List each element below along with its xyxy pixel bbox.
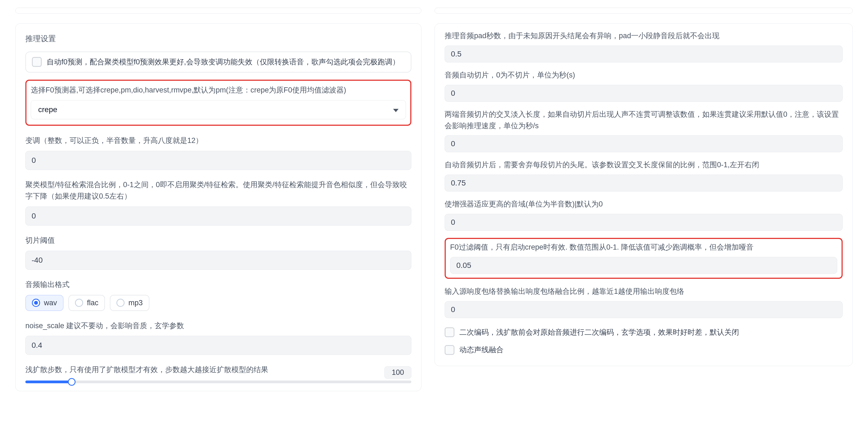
previous-card-bottom-edge (15, 8, 422, 13)
auto-slice-input[interactable] (445, 85, 843, 102)
section-title: 推理设置 (25, 33, 411, 44)
enhancer-semitones-field: 使增强器适应更高的音域(单位为半音数)|默认为0 (445, 199, 843, 231)
output-format-radio-group: wav flac mp3 (25, 295, 411, 311)
pad-seconds-input[interactable] (445, 46, 843, 62)
cluster-ratio-field: 聚类模型/特征检索混合比例，0-1之间，0即不启用聚类/特征检索。使用聚类/特征… (25, 179, 411, 226)
f0-filter-threshold-input[interactable] (450, 257, 837, 274)
highlight-f0-filter-threshold: F0过滤阈值，只有启动crepe时有效. 数值范围从0-1. 降低该值可减少跑调… (445, 238, 843, 279)
enhancer-semitones-label: 使增强器适应更高的音域(单位为半音数)|默认为0 (445, 199, 843, 210)
chevron-down-icon (393, 105, 399, 114)
diffusion-steps-field: 浅扩散步数，只有使用了扩散模型才有效，步数越大越接近扩散模型的结果 100 (25, 364, 411, 383)
radio-dot-icon (32, 299, 40, 307)
previous-card-bottom-edge-right (435, 8, 853, 13)
diffusion-steps-label: 浅扩散步数，只有使用了扩散模型才有效，步数越大越接近扩散模型的结果 (25, 364, 378, 376)
loudness-envelope-field: 输入源响度包络替换输出响度包络融合比例，越靠近1越使用输出响度包络 (445, 286, 843, 318)
cluster-ratio-input[interactable] (25, 206, 411, 226)
transpose-field: 变调（整数，可以正负，半音数量，升高八度就是12） (25, 135, 411, 170)
slice-threshold-label: 切片阈值 (25, 235, 411, 246)
noise-scale-field: noise_scale 建议不要动，会影响音质，玄学参数 (25, 320, 411, 355)
auto-slice-field: 音频自动切片，0为不切片，单位为秒(s) (445, 69, 843, 102)
output-format-field: 音频输出格式 wav flac mp3 (25, 279, 411, 311)
radio-mp3-label: mp3 (128, 299, 143, 307)
transpose-label: 变调（整数，可以正负，半音数量，升高八度就是12） (25, 135, 411, 146)
crossfade-field: 两端音频切片的交叉淡入长度，如果自动切片后出现人声不连贯可调整该数值，如果连贯建… (445, 109, 843, 152)
slice-threshold-field: 切片阈值 (25, 235, 411, 270)
predictor-value: crepe (38, 105, 57, 114)
radio-dot-icon (75, 299, 83, 307)
enhancer-semitones-input[interactable] (445, 214, 843, 231)
clip-ratio-input[interactable] (445, 175, 843, 192)
left-column: 推理设置 自动f0预测，配合聚类模型f0预测效果更好,会导致变调功能失效（仅限转… (15, 8, 422, 391)
checkbox-icon[interactable] (445, 345, 455, 355)
f0-filter-threshold-label: F0过滤阈值，只有启动crepe时有效. 数值范围从0-1. 降低该值可减少跑调… (450, 242, 837, 253)
diffusion-steps-slider[interactable] (25, 380, 411, 383)
checkbox-icon[interactable] (32, 57, 42, 67)
transpose-input[interactable] (25, 151, 411, 170)
slider-thumb[interactable] (68, 378, 75, 386)
app-root: 推理设置 自动f0预测，配合聚类模型f0预测效果更好,会导致变调功能失效（仅限转… (0, 0, 868, 402)
dynamic-voice-fusion-checkbox-row[interactable]: 动态声线融合 (445, 343, 843, 357)
predictor-dropdown[interactable]: crepe (31, 100, 406, 119)
clip-ratio-label: 自动音频切片后，需要舍弃每段切片的头尾。该参数设置交叉长度保留的比例，范围0-1… (445, 159, 843, 171)
checkbox-icon[interactable] (445, 327, 455, 337)
second-encode-checkbox-row[interactable]: 二次编码，浅扩散前会对原始音频进行二次编码，玄学选项，效果时好时差，默认关闭 (445, 325, 843, 340)
second-encode-label: 二次编码，浅扩散前会对原始音频进行二次编码，玄学选项，效果时好时差，默认关闭 (459, 327, 739, 338)
loudness-envelope-label: 输入源响度包络替换输出响度包络融合比例，越靠近1越使用输出响度包络 (445, 286, 843, 297)
auto-f0-label: 自动f0预测，配合聚类模型f0预测效果更好,会导致变调功能失效（仅限转换语音，歌… (46, 56, 400, 68)
auto-slice-label: 音频自动切片，0为不切片，单位为秒(s) (445, 69, 843, 81)
crossfade-input[interactable] (445, 135, 843, 152)
radio-wav[interactable]: wav (25, 295, 64, 311)
dynamic-voice-fusion-label: 动态声线融合 (459, 344, 503, 355)
cluster-ratio-label: 聚类模型/特征检索混合比例，0-1之间，0即不启用聚类/特征检索。使用聚类/特征… (25, 179, 411, 202)
noise-scale-label: noise_scale 建议不要动，会影响音质，玄学参数 (25, 320, 411, 332)
clip-ratio-field: 自动音频切片后，需要舍弃每段切片的头尾。该参数设置交叉长度保留的比例，范围0-1… (445, 159, 843, 192)
radio-flac[interactable]: flac (68, 295, 105, 311)
radio-flac-label: flac (87, 299, 98, 307)
auto-f0-checkbox-row[interactable]: 自动f0预测，配合聚类模型f0预测效果更好,会导致变调功能失效（仅限转换语音，歌… (25, 52, 411, 73)
slice-threshold-input[interactable] (25, 251, 411, 270)
right-column: 推理音频pad秒数，由于未知原因开头结尾会有异响，pad一小段静音段后就不会出现… (435, 8, 853, 391)
highlight-f0-predictor: 选择F0预测器,可选择crepe,pm,dio,harvest,rmvpe,默认… (25, 80, 411, 126)
inference-settings-card: 推理设置 自动f0预测，配合聚类模型f0预测效果更好,会导致变调功能失效（仅限转… (15, 24, 422, 391)
pad-seconds-field: 推理音频pad秒数，由于未知原因开头结尾会有异响，pad一小段静音段后就不会出现 (445, 30, 843, 62)
radio-dot-icon (116, 299, 125, 307)
loudness-envelope-input[interactable] (445, 301, 843, 318)
slider-fill (25, 380, 72, 383)
crossfade-label: 两端音频切片的交叉淡入长度，如果自动切片后出现人声不连贯可调整该数值，如果连贯建… (445, 109, 843, 132)
pad-seconds-label: 推理音频pad秒数，由于未知原因开头结尾会有异响，pad一小段静音段后就不会出现 (445, 30, 843, 42)
radio-mp3[interactable]: mp3 (110, 295, 149, 311)
output-format-label: 音频输出格式 (25, 279, 411, 290)
right-settings-card: 推理音频pad秒数，由于未知原因开头结尾会有异响，pad一小段静音段后就不会出现… (435, 24, 853, 366)
diffusion-steps-value[interactable]: 100 (384, 366, 411, 379)
radio-wav-label: wav (44, 299, 57, 307)
noise-scale-input[interactable] (25, 336, 411, 355)
predictor-label: 选择F0预测器,可选择crepe,pm,dio,harvest,rmvpe,默认… (31, 85, 406, 96)
